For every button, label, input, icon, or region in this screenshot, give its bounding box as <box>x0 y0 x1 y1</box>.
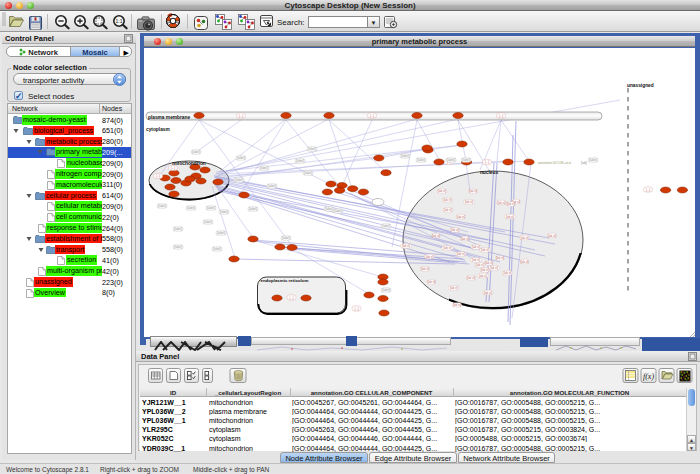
svg-text:[...]: [...] <box>485 160 489 164</box>
svg-text:[label]: [label] <box>260 166 268 170</box>
svg-text:[lab el]: [lab el] <box>485 261 493 265</box>
svg-text:[label]: [label] <box>417 158 425 162</box>
svg-text:[label]: [label] <box>296 159 304 163</box>
svg-text:[label]: [label] <box>174 245 182 249</box>
svg-text:[label]: [label] <box>174 227 182 231</box>
svg-text:[label]: [label] <box>334 209 342 213</box>
svg-text:[label]: [label] <box>249 207 257 211</box>
svg-text:[lab el]: [lab el] <box>450 286 458 290</box>
svg-text:[lab el]: [lab el] <box>469 189 477 193</box>
svg-text:[lab el]: [lab el] <box>421 267 429 271</box>
svg-text:[lab el]: [lab el] <box>490 266 498 270</box>
svg-text:[lab el]: [lab el] <box>520 260 528 264</box>
svg-text:1:1: 1:1 <box>116 18 123 24</box>
svg-text:[lab el]: [lab el] <box>503 271 511 275</box>
svg-text:[label]: [label] <box>158 204 166 208</box>
svg-text:[lab el]: [lab el] <box>432 234 440 238</box>
svg-text:[label]: [label] <box>237 156 245 160</box>
svg-text:[label]: [label] <box>235 178 243 182</box>
svg-text:[lab el]: [lab el] <box>496 256 504 260</box>
svg-text:[lab el]: [lab el] <box>443 198 451 202</box>
svg-text:[label]: [label] <box>217 231 225 235</box>
svg-text:[label]: [label] <box>220 210 228 214</box>
svg-text:[label]: [label] <box>401 154 409 158</box>
svg-text:[label]: [label] <box>304 171 312 175</box>
svg-text:[lab el]: [lab el] <box>472 258 480 262</box>
svg-text:plasma membrane: plasma membrane <box>148 115 190 120</box>
svg-text:[lab el]: [lab el] <box>506 215 514 219</box>
svg-text:[lab el]: [lab el] <box>497 201 505 205</box>
svg-text:[label]: [label] <box>207 206 215 210</box>
svg-text:[lab el]: [lab el] <box>451 228 459 232</box>
svg-text:[lab el]: [lab el] <box>453 303 461 307</box>
svg-text:[label]: [label] <box>187 206 195 210</box>
svg-text:[label]: [label] <box>382 224 390 228</box>
svg-text:[lab el]: [lab el] <box>425 255 433 259</box>
svg-text:[lab el]: [lab el] <box>479 274 487 278</box>
svg-text:[lab el]: [lab el] <box>476 263 484 267</box>
svg-text:[...]: [...] <box>171 166 175 170</box>
svg-text:[lab el]: [lab el] <box>427 280 435 284</box>
svg-text:[lab el]: [lab el] <box>484 291 492 295</box>
svg-text:[lab el]: [lab el] <box>548 234 556 238</box>
svg-text:[label]: [label] <box>462 158 470 162</box>
svg-text:[label]: [label] <box>325 207 333 211</box>
svg-text:[label]: [label] <box>282 236 290 240</box>
svg-text:[label]: [label] <box>192 150 200 154</box>
svg-text:[lab el]: [lab el] <box>481 268 489 272</box>
svg-text:[...]: [...] <box>354 307 358 311</box>
svg-text:[lab el]: [lab el] <box>457 215 465 219</box>
svg-text:[label]: [label] <box>589 158 597 162</box>
svg-text:[lab el]: [lab el] <box>507 202 515 206</box>
svg-text:[lab el]: [lab el] <box>465 200 473 204</box>
svg-text:[label]: [label] <box>308 147 316 151</box>
svg-text:[lab el]: [lab el] <box>443 246 451 250</box>
svg-text:annotation.GO-CEL-at-w: annotation.GO-CEL-at-w <box>538 161 572 165</box>
svg-text:[label]: [label] <box>204 220 212 224</box>
svg-text:[label]: [label] <box>268 184 276 188</box>
svg-text:[lab el]: [lab el] <box>467 276 475 280</box>
svg-text:[lab el]: [lab el] <box>481 248 489 252</box>
svg-text:[...]: [...] <box>239 114 243 118</box>
svg-text:[lab el]: [lab el] <box>402 244 410 248</box>
svg-text:[label]: [label] <box>447 158 455 162</box>
svg-text:nucleus: nucleus <box>480 170 498 175</box>
svg-text:[...]: [...] <box>499 114 503 118</box>
svg-text:[lab el]: [lab el] <box>438 189 446 193</box>
svg-text:[...]: [...] <box>646 188 650 192</box>
svg-text:[...]: [...] <box>156 174 160 178</box>
svg-text:[label]: [label] <box>382 288 390 292</box>
svg-text:mitochondrion: mitochondrion <box>172 161 206 166</box>
svg-text:unassigned: unassigned <box>627 83 654 88</box>
svg-text:endoplasmic reticulum: endoplasmic reticulum <box>261 278 309 283</box>
svg-text:[...]: [...] <box>370 114 374 118</box>
svg-text:f(x): f(x) <box>643 372 654 381</box>
svg-text:[lab el]: [lab el] <box>444 208 452 212</box>
svg-text:[lab]: [lab] <box>581 161 587 165</box>
svg-text:[...]: [...] <box>289 296 293 300</box>
svg-text:[lab el]: [lab el] <box>520 236 528 240</box>
svg-text:cytoplasm: cytoplasm <box>146 127 170 132</box>
svg-text:[label]: [label] <box>213 247 221 251</box>
svg-text:[lab el]: [lab el] <box>457 252 465 256</box>
svg-text:[lab el]: [lab el] <box>461 237 469 241</box>
svg-text:[lab el]: [lab el] <box>472 245 480 249</box>
